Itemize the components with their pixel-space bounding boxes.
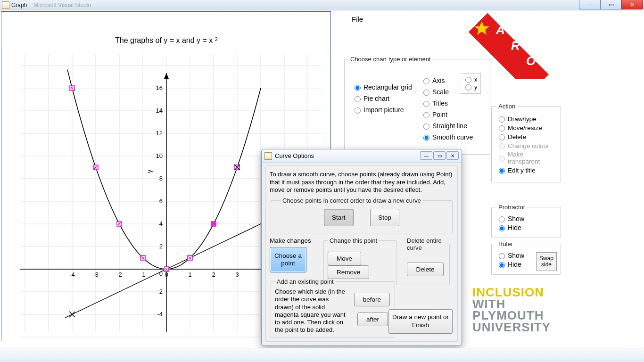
radio-protractor-show[interactable]: Show — [496, 215, 556, 222]
radio-x-axis[interactable]: x — [463, 75, 478, 83]
delete-curve-fieldset: Delete entire curve Delete — [401, 237, 450, 285]
delete-curve-legend: Delete entire curve — [405, 237, 446, 251]
radio-straight-line[interactable]: Straight line — [421, 122, 473, 130]
action-legend: Action — [496, 103, 517, 110]
dialog-title: Curve Options — [275, 152, 314, 159]
protractor-fieldset: Protractor Show Hide — [491, 204, 561, 238]
ruler-fieldset: Ruler Show Hide Swapside Swap side — [491, 240, 561, 275]
radio-point[interactable]: Point — [421, 111, 473, 118]
add-existing-point-legend: Add an existing point — [275, 278, 336, 285]
delete-button[interactable]: Delete — [407, 263, 443, 276]
svg-text:-3: -3 — [93, 271, 99, 278]
radio-change-colour: Change colour — [496, 142, 556, 149]
dialog-close-button[interactable]: ✕ — [446, 151, 459, 160]
radio-edit-y-title[interactable]: Edit y title — [496, 166, 556, 174]
svg-text:1: 1 — [188, 271, 191, 278]
curve-options-dialog: Curve Options — ▭ ✕ To draw a smooth cur… — [261, 149, 462, 346]
plymouth-logo: INCLUSION WITH PLYMOUTH UNIVERSITY — [472, 287, 551, 333]
radio-import-picture[interactable]: Import picture — [352, 106, 412, 114]
svg-text:-2: -2 — [157, 288, 163, 295]
radio-move-resize[interactable]: Move/resize — [496, 124, 556, 132]
minimize-button[interactable]: — — [579, 0, 601, 9]
before-button[interactable]: before — [354, 293, 390, 306]
ruler-legend: Ruler — [496, 240, 515, 247]
svg-text:-4: -4 — [157, 311, 163, 318]
close-button[interactable]: ✕ — [621, 0, 643, 9]
svg-text:-1: -1 — [140, 271, 146, 278]
after-button[interactable]: after — [357, 313, 388, 326]
add-point-text: Choose which side (in the order the curv… — [275, 288, 346, 334]
svg-text:2: 2 — [212, 271, 215, 278]
dialog-intro: To draw a smooth curve, choose points (a… — [270, 171, 454, 194]
choose-a-point-button[interactable]: Choose apoint — [270, 247, 306, 272]
remove-button[interactable]: Remove — [328, 265, 369, 279]
svg-text:2: 2 — [159, 243, 163, 250]
y-axis-label: y — [145, 170, 153, 173]
svg-text:-4: -4 — [69, 271, 75, 278]
svg-text:3: 3 — [235, 271, 239, 278]
protractor-legend: Protractor — [496, 204, 527, 211]
radio-pie-chart[interactable]: Pie chart — [352, 95, 412, 102]
dialog-icon — [264, 152, 272, 160]
radio-protractor-hide[interactable]: Hide — [496, 224, 556, 231]
dialog-maximize-button[interactable]: ▭ — [433, 151, 446, 160]
action-fieldset: Action Draw/type Move/resize Delete Chan… — [491, 103, 561, 182]
start-button[interactable]: Start — [324, 209, 354, 226]
svg-text:14: 14 — [156, 107, 163, 114]
svg-text:4: 4 — [159, 220, 163, 227]
radio-y-axis[interactable]: y — [463, 83, 478, 90]
menu-file[interactable]: File — [348, 14, 367, 24]
change-this-point-legend: Change this point — [328, 237, 379, 244]
radio-delete[interactable]: Delete — [496, 133, 556, 140]
radio-rectangular-grid[interactable]: Rectangular grid — [352, 83, 412, 91]
maximize-button[interactable]: ▭ — [600, 0, 622, 9]
radio-make-transparent: Make transparent — [496, 151, 556, 165]
radio-smooth-curve[interactable]: Smooth curve — [421, 133, 473, 141]
swap-side-button[interactable]: Swapside — [536, 252, 557, 271]
radio-draw-type[interactable]: Draw/type — [496, 115, 556, 123]
window-title: Graph — [11, 2, 27, 8]
draw-new-point-button[interactable]: Draw a new point orFinish — [388, 309, 453, 334]
add-existing-point-fieldset: Add an existing point Choose which side … — [271, 278, 395, 337]
taskbar — [0, 348, 644, 362]
choose-points-legend: Choose points in correct order to draw a… — [281, 197, 423, 204]
radio-titles[interactable]: Titles — [421, 99, 473, 107]
svg-marker-30 — [164, 73, 169, 79]
svg-text:-2: -2 — [116, 271, 122, 278]
dialog-titlebar[interactable]: Curve Options — ▭ ✕ — [262, 149, 462, 163]
dialog-minimize-button[interactable]: — — [420, 151, 432, 160]
choose-points-fieldset: Choose points in correct order to draw a… — [271, 197, 453, 233]
svg-text:8: 8 — [159, 175, 163, 182]
window-titlebar: Graph Microsoft Visual Studio — ▭ ✕ — [0, 0, 644, 10]
move-button[interactable]: Move — [328, 252, 361, 265]
app-icon — [2, 1, 9, 9]
stop-button[interactable]: Stop — [370, 209, 399, 226]
svg-text:12: 12 — [156, 130, 163, 137]
window-subtitle: Microsoft Visual Studio — [33, 2, 91, 8]
svg-text:0: 0 — [165, 271, 168, 278]
choose-chart-legend: Choose chart type or element — [348, 56, 433, 63]
svg-text:16: 16 — [156, 84, 163, 91]
svg-text:6: 6 — [159, 197, 163, 205]
svg-text:10: 10 — [156, 152, 163, 159]
choose-chart-fieldset: Choose chart type or element Rectangular… — [344, 56, 490, 155]
make-changes-label: Make changes — [270, 237, 322, 244]
